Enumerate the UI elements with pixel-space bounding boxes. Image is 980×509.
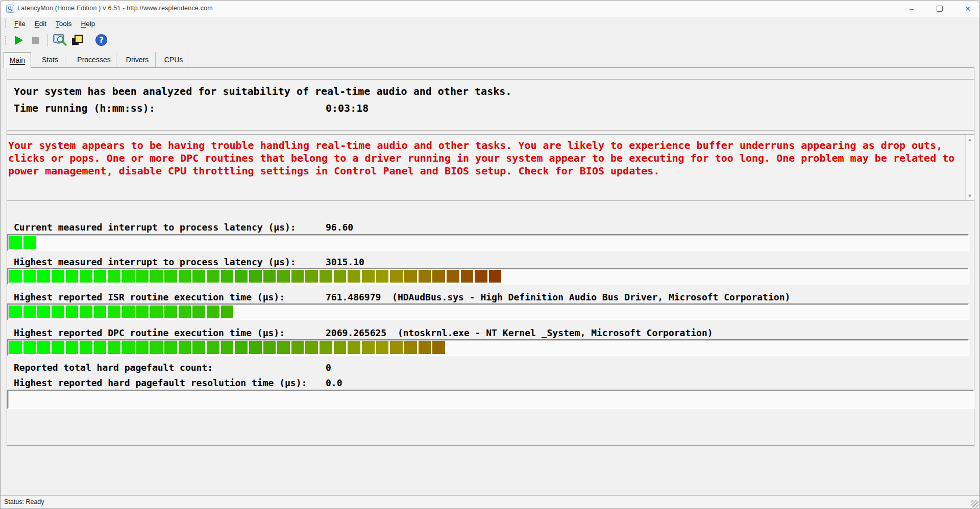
meter-segment — [249, 270, 262, 283]
meter-segment — [461, 270, 474, 283]
metric-value: 0 — [326, 362, 331, 373]
maximize-icon — [937, 6, 943, 12]
tab-strip: MainStatsProcessesDriversCPUs — [1, 50, 979, 67]
meter-segment — [122, 306, 135, 318]
meter-segment — [179, 341, 191, 354]
meter-segment — [192, 341, 205, 354]
analyze-button[interactable] — [51, 33, 68, 48]
meter-segment — [23, 236, 36, 249]
meter-segment — [221, 306, 234, 318]
meter-segment — [9, 306, 22, 318]
metric-label: Current measured interrupt to process la… — [14, 222, 296, 233]
meter-segment — [320, 270, 332, 283]
meter-segment — [390, 341, 403, 354]
scroll-down-icon[interactable]: ▼ — [966, 191, 974, 200]
tab-cpus[interactable]: CPUs — [160, 52, 187, 67]
metric-row: Current measured interrupt to process la… — [7, 222, 974, 232]
metric-value: 761.486979 — [326, 292, 381, 302]
meter-segment — [447, 270, 459, 283]
meter-segment — [37, 306, 50, 318]
meter-segment — [9, 341, 22, 354]
meter-segment — [122, 341, 135, 354]
metric-label: Reported total hard pagefault count: — [14, 362, 213, 373]
minimize-button[interactable]: – — [900, 1, 923, 17]
analysis-headline: Your system has been analyzed for suitab… — [14, 85, 511, 97]
warning-line: Your system appears to be having trouble… — [8, 139, 954, 152]
meter-segment — [23, 306, 36, 318]
meter-segment — [207, 341, 219, 354]
time-running-value: 0:03:18 — [326, 102, 369, 114]
meter-segment — [52, 270, 64, 283]
meter-segment — [150, 270, 163, 283]
meter-segment — [334, 341, 347, 354]
meter-segment — [249, 341, 262, 354]
meter-segment — [291, 341, 304, 354]
meter-segment — [80, 270, 92, 283]
resize-grip-icon[interactable] — [971, 500, 978, 507]
time-running-label: Time running (h:mm:ss): — [14, 102, 155, 114]
metric-row: Highest reported DPC routine execution t… — [7, 327, 974, 338]
metric-detail: (ntoskrnl.exe - NT Kernel _System, Micro… — [386, 327, 713, 338]
meter-segment — [432, 270, 445, 283]
meter-segment — [207, 306, 219, 318]
meter-segment — [9, 236, 22, 249]
warning-text: Your system appears to be having trouble… — [8, 139, 954, 177]
latencymon-window: LatencyMon (Home Edition ) v 6.51 - http… — [0, 0, 980, 509]
menu-file[interactable]: File — [10, 19, 30, 29]
close-button[interactable]: ✕ — [956, 1, 979, 17]
meter-segment — [320, 341, 332, 354]
tab-processes[interactable]: Processes — [72, 52, 116, 67]
stop-icon — [31, 36, 40, 45]
main-panel: Your system has been analyzed for suitab… — [7, 67, 974, 446]
meter-segment — [94, 341, 107, 354]
meter-segment — [136, 306, 149, 318]
meter-segment — [291, 270, 304, 283]
meter-segment — [37, 270, 50, 283]
tab-main[interactable]: Main — [4, 52, 31, 68]
meter-segment — [80, 341, 92, 354]
meter-segment — [66, 270, 79, 283]
stop-button[interactable] — [27, 33, 44, 48]
scroll-up-icon[interactable]: ▲ — [966, 135, 974, 144]
tab-drivers[interactable]: Drivers — [119, 52, 156, 67]
meter-segment — [235, 341, 248, 354]
meter-segment — [263, 341, 276, 354]
menu-help[interactable]: Help — [77, 19, 100, 29]
meter-segment — [9, 270, 22, 283]
menu-tools[interactable]: Tools — [51, 19, 77, 29]
metric-value: 96.60 — [326, 222, 353, 233]
tab-label: Processes — [77, 56, 110, 64]
meter-segment — [376, 270, 389, 283]
svg-text:?: ? — [99, 36, 104, 45]
warning-scrollbar[interactable]: ▲ ▼ — [965, 135, 974, 200]
tab-label: Drivers — [126, 56, 149, 64]
meter-segment — [348, 270, 360, 283]
metric-label: Highest measured interrupt to process la… — [14, 257, 296, 267]
windows-button[interactable] — [68, 33, 86, 48]
meter-segment — [179, 270, 191, 283]
meter-segment — [362, 270, 375, 283]
meter-segment — [263, 270, 276, 283]
metric-detail: (HDAudBus.sys - High Definition Audio Bu… — [381, 292, 790, 302]
meter-segment — [404, 341, 417, 354]
metric-value: 3015.10 — [326, 257, 364, 267]
meter-segment — [108, 341, 120, 354]
statusbar: Status: Ready — [1, 495, 979, 508]
toolbar-grip — [5, 36, 7, 45]
help-button[interactable]: ? — [92, 33, 110, 48]
warning-line: power management, disable CPU throttling… — [8, 165, 954, 177]
meter-segment — [136, 341, 149, 354]
toolbar: ? — [1, 30, 979, 50]
tab-stats[interactable]: Stats — [35, 52, 65, 67]
menubar-grip — [5, 19, 7, 28]
meter-segment — [150, 341, 163, 354]
meter-segment — [277, 270, 290, 283]
app-icon — [6, 5, 14, 13]
latency-meter — [7, 268, 969, 285]
tab-label: Stats — [42, 56, 58, 64]
meter-segment — [94, 270, 107, 283]
maximize-button[interactable] — [928, 1, 951, 17]
meter-segment — [80, 306, 92, 318]
start-button[interactable] — [10, 33, 27, 48]
menu-edit[interactable]: Edit — [30, 19, 51, 29]
